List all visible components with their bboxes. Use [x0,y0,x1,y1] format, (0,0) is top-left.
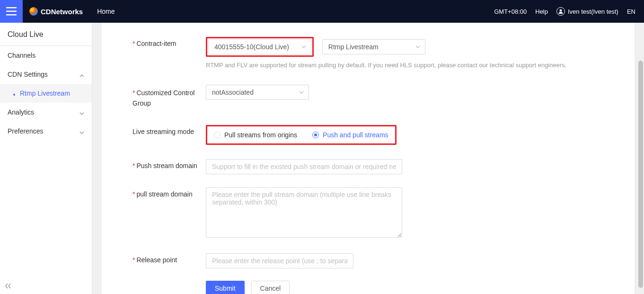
sidebar-item-label: Channels [8,52,35,59]
sidebar-item-rtmp-livestream[interactable]: Rtmp Livestream [0,84,92,103]
required-mark: * [132,162,135,169]
svg-rect-1 [6,11,17,12]
field-pull-domain [206,187,635,239]
chevron-down-icon [299,89,304,96]
label-mode: Live streaming mode [132,125,206,135]
radio-push-and-pull[interactable]: Push and pull streams [312,131,388,139]
radio-icon [214,132,221,138]
sidebar-item-label: Rtmp Livestream [20,89,70,97]
label-ccg: *Customized Control Group [132,85,206,109]
user-icon [556,7,565,16]
radio-label: Pull streams from origins [224,131,297,139]
bullet-icon [13,94,15,96]
field-mode: Pull streams from origins Push and pull … [206,125,635,145]
sidebar: Cloud Live Channels CDN Settings Rtmp Li… [0,23,92,294]
top-header: CDNetworks Home GMT+08:00 Help Iven test… [0,0,644,23]
radio-icon [312,132,319,138]
home-link[interactable]: Home [97,8,115,15]
user-name: Iven test(Iven test) [568,8,618,15]
form-panel: *Contract-item 40015555-10(Cloud Live) R… [102,23,635,294]
release-point-input[interactable] [206,253,353,268]
user-menu[interactable]: Iven test(Iven test) [556,7,618,16]
contract-item-select[interactable]: 40015555-10(Cloud Live) [208,39,311,54]
svg-rect-2 [6,14,17,16]
main-area: *Contract-item 40015555-10(Cloud Live) R… [92,23,644,294]
brand-logo-icon [29,7,38,16]
sidebar-item-label: Preferences [8,127,43,135]
required-mark: * [132,40,135,47]
required-mark: * [132,89,135,97]
contract-type-select[interactable]: Rtmp Livestream [322,39,425,54]
push-domain-input[interactable] [206,159,402,174]
highlight-contract-select: 40015555-10(Cloud Live) [206,37,314,57]
field-ccg: notAssociated [206,85,635,100]
sidebar-item-cdn-settings[interactable]: CDN Settings [0,65,92,84]
sidebar-collapse-button[interactable] [4,282,12,290]
select-value: notAssociated [212,89,254,96]
sidebar-title: Cloud Live [0,23,92,46]
contract-help-text: RTMP and FLV are supported for stream pu… [102,62,635,69]
sidebar-item-analytics[interactable]: Analytics [0,103,92,122]
radio-label: Push and pull streams [323,131,388,139]
button-row: Submit Cancel [102,281,635,294]
field-contract-item: 40015555-10(Cloud Live) Rtmp Livestream [206,37,635,57]
help-link[interactable]: Help [535,8,548,15]
required-mark: * [132,256,135,264]
brand-text: CDNetworks [41,8,83,16]
sidebar-item-preferences[interactable]: Preferences [0,122,92,141]
ccg-select[interactable]: notAssociated [206,85,309,100]
label-pull-domain: *pull stream domain [132,187,206,198]
sidebar-item-label: Analytics [8,108,34,116]
sidebar-item-label: CDN Settings [8,71,48,78]
menu-toggle-button[interactable] [0,0,23,23]
chevron-up-icon [79,72,84,77]
submit-button[interactable]: Submit [206,281,245,294]
row-push-domain: *Push stream domain [102,159,635,174]
row-mode: Live streaming mode Pull streams from or… [102,125,635,145]
row-ccg: *Customized Control Group notAssociated [102,85,635,109]
pull-domain-textarea[interactable] [206,187,402,238]
label-contract-item: *Contract-item [132,37,206,47]
row-contract-item: *Contract-item 40015555-10(Cloud Live) R… [102,37,635,57]
timezone-label[interactable]: GMT+08:00 [494,8,527,15]
svg-rect-0 [6,7,17,9]
svg-point-3 [560,9,562,12]
double-chevron-left-icon [4,282,12,290]
scrollbar-thumb[interactable] [638,61,643,288]
label-release-point: *Release point [132,253,206,264]
sidebar-item-channels[interactable]: Channels [0,46,92,65]
select-value: Rtmp Livestream [328,43,379,51]
radio-pull-from-origins[interactable]: Pull streams from origins [214,131,297,139]
language-switch[interactable]: EN [627,8,635,15]
chevron-down-icon [79,110,84,115]
row-release-point: *Release point [102,253,635,268]
chevron-down-icon [79,129,84,134]
cancel-button[interactable]: Cancel [251,281,290,294]
label-push-domain: *Push stream domain [132,159,206,169]
required-mark: * [132,190,135,198]
field-push-domain [206,159,635,174]
field-release-point [206,253,635,268]
scrollbar-track[interactable] [637,23,644,294]
hamburger-icon [6,7,17,16]
select-value: 40015555-10(Cloud Live) [214,43,289,51]
highlight-mode-radios: Pull streams from origins Push and pull … [206,125,397,145]
brand: CDNetworks [29,7,83,16]
chevron-down-icon [301,43,306,51]
row-pull-domain: *pull stream domain [102,187,635,239]
chevron-down-icon [415,43,420,51]
topbar-right: GMT+08:00 Help Iven test(Iven test) EN [494,7,644,16]
